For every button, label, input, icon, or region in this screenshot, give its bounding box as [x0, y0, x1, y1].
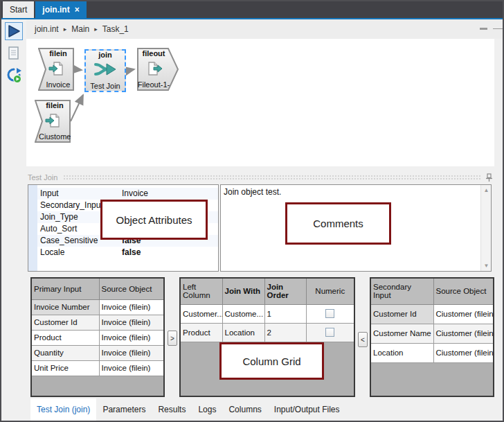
column-header: Join With — [222, 279, 264, 304]
run-dataflow-button[interactable] — [5, 22, 23, 40]
app-window: Start join.int × — [0, 0, 504, 422]
column-header: Source Object — [99, 279, 163, 299]
attribute-value[interactable]: Invoice — [120, 188, 218, 200]
panel-title: Test Join — [28, 173, 57, 182]
numeric-checkbox[interactable] — [325, 309, 334, 318]
fileout-icon — [137, 60, 179, 78]
comments-text[interactable]: Join object test. — [224, 187, 281, 197]
join-icon — [84, 61, 126, 78]
attribute-name: Input — [37, 188, 120, 200]
node-test-join[interactable]: join Test Join — [84, 49, 126, 92]
pin-icon[interactable] — [485, 173, 493, 182]
close-icon[interactable]: × — [75, 5, 80, 15]
attribute-row[interactable]: Input Invoice — [37, 188, 218, 200]
breadcrumb-item-file[interactable]: join.int — [35, 24, 59, 34]
numeric-checkbox[interactable] — [325, 328, 334, 337]
table-row[interactable]: Customer Name Ciustomer (filein) — [371, 324, 493, 343]
move-left-button[interactable]: < — [358, 332, 368, 347]
tab-test-join[interactable]: Test Join (join) — [30, 398, 96, 421]
node-type-label: fileout — [137, 49, 179, 58]
grid-cell[interactable]: Custome... — [222, 304, 264, 323]
table-row[interactable]: Customer... Custome... 1 — [181, 304, 354, 323]
table-row[interactable]: Invoice Number Invoice (filein) — [32, 299, 163, 315]
grid-cell[interactable]: Location — [222, 323, 264, 342]
breadcrumb-item-main[interactable]: Main — [71, 24, 89, 34]
annotation-label: Column Grid — [242, 355, 300, 367]
secondary-input-grid[interactable]: Secondary Input Source Object Customer I… — [370, 277, 494, 397]
filein-icon — [38, 60, 74, 78]
grid-cell[interactable]: 1 — [264, 304, 306, 323]
collapse-panel-icon[interactable] — [480, 28, 487, 30]
tab-label: Columns — [228, 405, 261, 414]
connector-join-fileout — [127, 69, 134, 71]
table-row[interactable]: Customer Id Invoice (filein) — [32, 315, 163, 330]
breadcrumb-item-task[interactable]: Task_1 — [102, 24, 129, 34]
node-fileout[interactable]: fileout Fileout-1- — [137, 48, 179, 91]
tab-parameters[interactable]: Parameters — [96, 398, 152, 421]
node-type-label: join — [84, 51, 126, 59]
attribute-value[interactable]: false — [120, 247, 218, 258]
grid-cell[interactable]: Invoice (filein) — [99, 345, 163, 360]
move-right-label: > — [170, 335, 174, 342]
tab-label: Test Join (join) — [37, 405, 90, 414]
table-row[interactable]: Customer Id Ciustomer (filein) — [371, 304, 493, 324]
table-row[interactable]: Product Location 2 — [181, 323, 354, 342]
grid-cell[interactable]: Ciustomer (filein) — [433, 304, 493, 324]
filein-icon — [35, 112, 71, 130]
grid-cell[interactable]: Ciustomer (filein) — [433, 324, 493, 343]
tab-join-int[interactable]: join.int × — [35, 1, 86, 18]
grid-cell[interactable]: Product — [32, 330, 99, 345]
tab-start[interactable]: Start — [3, 1, 34, 18]
table-row[interactable]: Product Invoice (filein) — [32, 330, 163, 345]
document-tab-bar: Start join.int × — [1, 1, 503, 18]
tab-label: Results — [158, 405, 186, 414]
grid-cell[interactable]: Invoice (filein) — [99, 330, 163, 345]
grid-cell[interactable]: Product — [181, 323, 222, 342]
primary-input-grid[interactable]: Primary Input Source Object Invoice Numb… — [30, 277, 165, 397]
tab-columns[interactable]: Columns — [222, 398, 267, 421]
node-invoice[interactable]: filein Invoice — [38, 48, 74, 91]
run-icon — [6, 24, 21, 39]
scroll-down-icon[interactable]: ▼ — [481, 261, 492, 271]
document-button[interactable] — [5, 44, 23, 62]
flow-canvas[interactable]: filein Invoice join Test Join — [26, 39, 494, 166]
annotation-comments: Comments — [285, 202, 391, 245]
node-ciustomer[interactable]: filein Ciustomer — [35, 100, 71, 143]
move-right-button[interactable]: > — [168, 331, 177, 346]
grid-cell[interactable]: Customer Id — [32, 315, 99, 330]
column-header: Source Object — [433, 279, 493, 304]
tab-join-int-label: join.int — [42, 5, 69, 15]
scroll-up-icon[interactable]: ▲ — [481, 185, 492, 195]
grid-cell[interactable]: Unit Price — [32, 360, 99, 376]
node-name-label: Fileout-1- — [137, 80, 179, 89]
column-header: Secondary Input — [371, 279, 433, 304]
job-history-icon — [6, 67, 22, 84]
grid-cell[interactable]: Customer... — [181, 304, 222, 323]
attribute-row[interactable]: Locale false — [37, 247, 218, 258]
grid-cell[interactable]: Customer Name — [371, 324, 433, 343]
node-name-label: Test Join — [84, 82, 126, 90]
grid-cell[interactable]: Invoice Number — [32, 299, 99, 315]
table-row[interactable]: Location Ciustomer (filein) — [371, 343, 493, 362]
tab-label: Parameters — [102, 405, 145, 414]
grid-cell[interactable]: Invoice (filein) — [99, 315, 163, 330]
table-row[interactable]: Unit Price Invoice (filein) — [32, 360, 163, 376]
column-header: Join Order — [264, 279, 306, 304]
tab-input-output-files[interactable]: Input/Output Files — [268, 398, 346, 421]
grid-cell[interactable]: Invoice (filein) — [99, 360, 163, 376]
grid-cell[interactable]: Quantity — [32, 345, 99, 360]
grid-cell[interactable]: Location — [371, 343, 433, 362]
grid-cell[interactable]: Invoice (filein) — [99, 299, 163, 315]
table-row[interactable]: Quantity Invoice (filein) — [32, 345, 163, 360]
job-history-button[interactable] — [5, 67, 23, 85]
tab-results[interactable]: Results — [152, 398, 192, 421]
grid-cell[interactable]: Ciustomer (filein) — [433, 343, 493, 362]
tab-logs[interactable]: Logs — [192, 398, 222, 421]
move-left-label: < — [361, 336, 365, 344]
grid-cell[interactable]: 2 — [264, 323, 306, 342]
grid-cell[interactable]: Customer Id — [371, 304, 433, 324]
titlebar-dots — [63, 175, 481, 181]
comments-scrollbar[interactable]: ▲ ▼ — [480, 185, 491, 271]
node-name-label: Ciustomer — [35, 132, 71, 141]
document-icon — [7, 46, 21, 61]
